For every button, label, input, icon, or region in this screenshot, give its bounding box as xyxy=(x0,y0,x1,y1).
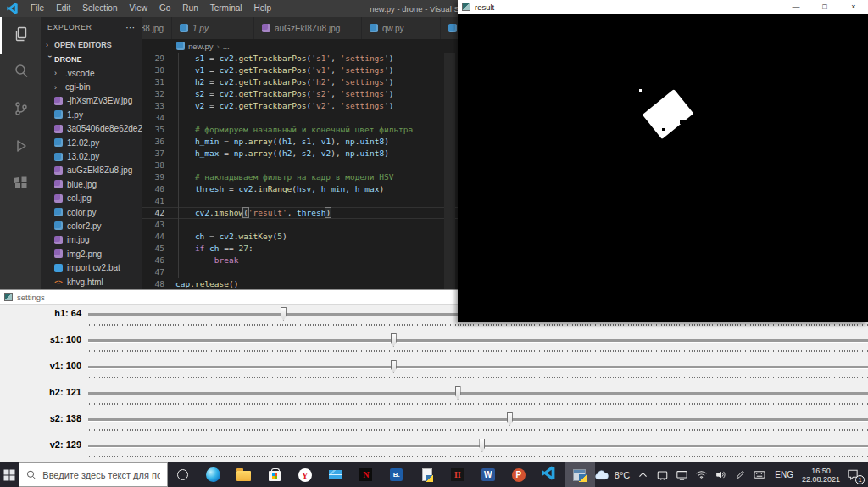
weather-temp[interactable]: 8°C xyxy=(615,470,630,480)
open-editors-section[interactable]: › OPEN EDITORS xyxy=(41,37,142,52)
search-input[interactable] xyxy=(42,470,160,480)
trackbar-track[interactable] xyxy=(88,392,868,395)
tab-1.py[interactable]: 1.py xyxy=(172,17,254,39)
activity-explorer[interactable] xyxy=(0,17,41,54)
explorer-item[interactable]: import cv2.bat xyxy=(41,260,142,274)
maximize-button[interactable]: □ xyxy=(810,0,839,14)
start-button[interactable] xyxy=(0,462,19,487)
windows-logo-icon xyxy=(3,469,15,481)
line-text: s2 = cv2.getTrackbarPos('s2', 'settings'… xyxy=(164,88,394,100)
explorer-item[interactable]: 12.02.py xyxy=(41,136,142,149)
trackbar-track[interactable] xyxy=(88,445,868,447)
settings-title: settings xyxy=(17,293,45,302)
clock[interactable]: 16:50 22.08.2021 xyxy=(802,467,840,484)
menu-run[interactable]: Run xyxy=(176,0,203,17)
line-number: 43 xyxy=(142,219,164,231)
explorer-item[interactable]: img2.png xyxy=(41,247,142,260)
trackbar-handle[interactable] xyxy=(391,333,397,347)
menu-file[interactable]: File xyxy=(25,0,50,17)
taskbar-app-python-file[interactable] xyxy=(412,462,442,487)
python-icon xyxy=(54,110,63,119)
trackbar-label-s1: s1: 100 xyxy=(0,334,81,344)
chevron-up-icon[interactable] xyxy=(636,468,649,482)
more-actions-icon[interactable]: ⋯ xyxy=(125,22,136,33)
tablet-mode-icon[interactable] xyxy=(655,468,669,482)
line-text: h2 = cv2.getTrackbarPos('h2', 'settings'… xyxy=(164,76,394,88)
file-label: import cv2.bat xyxy=(67,263,120,272)
trackbar-handle[interactable] xyxy=(455,386,461,400)
trackbar-track[interactable] xyxy=(88,366,868,368)
language-indicator[interactable]: ENG xyxy=(772,470,796,479)
cast-icon[interactable] xyxy=(675,468,688,482)
weather-cloud-icon[interactable] xyxy=(595,468,609,482)
pen-icon[interactable] xyxy=(733,468,747,482)
minimize-button[interactable]: — xyxy=(782,0,810,14)
taskbar-app-store[interactable] xyxy=(259,462,290,487)
explorer-item[interactable]: auGzEkI8Zu8.jpg xyxy=(41,164,142,177)
trackbar-handle[interactable] xyxy=(507,412,513,426)
activity-extensions[interactable] xyxy=(0,166,41,204)
touch-keyboard-icon[interactable] xyxy=(753,468,766,482)
result-titlebar[interactable]: result — □ × xyxy=(458,0,868,14)
line-number: 35 xyxy=(142,124,164,136)
explorer-item[interactable]: color2.py xyxy=(41,219,142,232)
taskbar-app-mail[interactable] xyxy=(320,462,351,487)
tab-auGzEkI8Zu8.jpg[interactable]: auGzEkI8Zu8.jpg xyxy=(254,17,362,39)
explorer-item[interactable]: -jhXsmZv3Ew.jpg xyxy=(41,94,142,108)
trackbar-handle[interactable] xyxy=(391,360,397,373)
explorer-item[interactable]: 3a05406de8e62de2ca... xyxy=(41,122,142,136)
line-number: 42 xyxy=(142,207,164,219)
taskbar-app-word[interactable]: W xyxy=(473,462,504,487)
tab-938.jpg[interactable]: 938.jpg xyxy=(142,17,172,39)
trackbar-track[interactable] xyxy=(88,339,868,342)
explorer-item[interactable]: color.py xyxy=(41,205,142,219)
explorer-item[interactable]: blue.jpg xyxy=(41,177,142,191)
line-number: 29 xyxy=(142,53,164,64)
notification-center[interactable]: 1 xyxy=(846,467,863,483)
activity-search[interactable] xyxy=(0,54,41,92)
taskbar-search[interactable] xyxy=(19,462,168,487)
taskbar-app-powerpoint[interactable]: P xyxy=(504,462,534,487)
explorer-item[interactable]: 13.02.py xyxy=(41,149,142,163)
taskbar-app-netflix[interactable]: N xyxy=(351,462,381,487)
trackbar-track[interactable] xyxy=(88,418,868,421)
folder-root-drone[interactable]: › DRONE xyxy=(41,52,142,66)
activity-source-control[interactable] xyxy=(0,92,41,129)
volume-icon[interactable] xyxy=(714,468,727,482)
file-label: 1.py xyxy=(67,110,83,120)
explorer-item[interactable]: ›.vscode xyxy=(41,66,142,80)
taskbar-app-red-app[interactable]: II xyxy=(442,462,473,487)
menu-selection[interactable]: Selection xyxy=(76,0,123,17)
taskbar-app-cortana[interactable] xyxy=(168,462,198,487)
menu-terminal[interactable]: Terminal xyxy=(204,0,248,17)
explorer-item[interactable]: im.jpg xyxy=(41,233,142,247)
line-number: 46 xyxy=(142,255,164,266)
editor-scrollbar[interactable] xyxy=(444,53,455,290)
file-label: khvg.html xyxy=(67,277,103,287)
line-text: thresh = cv2.inRange(hsv, h_min, h_max) xyxy=(164,183,384,195)
taskbar-app-b-app[interactable]: B. xyxy=(381,462,412,487)
trackbar-label-h2: h2: 121 xyxy=(0,387,81,397)
taskbar-app-python-window[interactable] xyxy=(565,462,595,487)
explorer-item[interactable]: ›cgi-bin xyxy=(41,80,142,93)
line-number: 33 xyxy=(142,100,164,112)
explorer-item[interactable]: col.jpg xyxy=(41,192,142,205)
close-button[interactable]: × xyxy=(839,0,868,14)
explorer-item[interactable]: <>khvg.html xyxy=(41,275,142,288)
threshold-blob xyxy=(643,89,694,139)
trackbar-handle[interactable] xyxy=(281,307,287,321)
menu-go[interactable]: Go xyxy=(153,0,176,17)
wifi-icon[interactable] xyxy=(694,468,708,482)
menu-help[interactable]: Help xyxy=(248,0,278,17)
trackbar-handle[interactable] xyxy=(479,439,485,452)
menu-view[interactable]: View xyxy=(124,0,154,17)
taskbar-app-vscode[interactable] xyxy=(534,462,565,487)
image-icon xyxy=(54,249,63,258)
tab-qw.py[interactable]: qw.py xyxy=(362,17,441,39)
explorer-item[interactable]: 1.py xyxy=(41,108,142,121)
taskbar-app-file-explorer[interactable] xyxy=(229,462,259,487)
activity-run-debug[interactable] xyxy=(0,129,41,166)
taskbar-app-yandex[interactable]: Y xyxy=(290,462,320,487)
menu-edit[interactable]: Edit xyxy=(50,0,76,17)
taskbar-app-edge[interactable] xyxy=(198,462,229,487)
